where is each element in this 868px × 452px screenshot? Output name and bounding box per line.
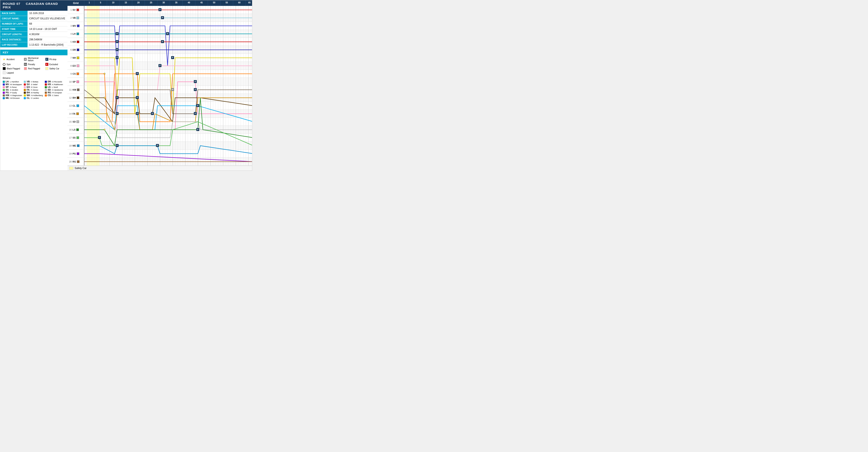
driver-key-item: KM: K Magnussen (3, 94, 23, 96)
info-value: 4.361KM (28, 32, 41, 37)
row-color (77, 64, 79, 67)
driver-key-item: BH: B Hartley (24, 91, 44, 94)
row-num: 17 (68, 137, 72, 139)
lap-header-num: 15 (120, 0, 132, 6)
lap-header-num: 5 (94, 0, 107, 6)
info-label: LAP RECORD: (0, 42, 28, 47)
row-num: 20 (68, 160, 72, 163)
row-abbr: SV (72, 9, 76, 11)
lap-header-num: 40 (183, 0, 195, 6)
row-num: 9 (68, 72, 72, 75)
lap-header-num: 50 (208, 0, 220, 6)
row-num: 15 (68, 120, 72, 123)
driver-key-item: ME: M Ericsson (3, 97, 23, 99)
row-num: 12 (68, 96, 72, 99)
key-symbols-grid: ★AccidentMMechanical failurePPit stopSpi… (3, 57, 65, 75)
chart-row: 2 VB (67, 14, 252, 22)
driver-key-item: LH: L Hamilton (3, 81, 23, 83)
row-color (76, 113, 79, 115)
chart-row: 15 SD (67, 118, 252, 126)
info-value: 296.548KM (28, 37, 44, 42)
lap-header-num: 20 (132, 0, 145, 6)
chart-container: Grid 1510152025303540455055606568 1 SV 2… (67, 0, 252, 165)
chart-rows: 1 SV 2 VB 3 MV 4 LH 5 KR 6 DR 7 NH 8 EO … (67, 6, 252, 165)
driver-key-item: SS: S Sirotkin (3, 89, 23, 91)
row-num: 1 (68, 9, 72, 11)
driver-key-item: CS: C Sainz (45, 94, 65, 96)
chart-row: 10 SP (67, 78, 252, 86)
row-color (77, 89, 80, 91)
row-abbr: LH (72, 33, 76, 35)
chart-body-wrapper: 1 SV 2 VB 3 MV 4 LH 5 KR 6 DR 7 NH 8 EO … (67, 6, 252, 165)
info-row: NUMBER OF LAPS: 68 (0, 21, 67, 27)
row-num: 10 (68, 81, 72, 83)
row-num: 14 (68, 113, 72, 115)
key-header: KEY (0, 50, 67, 55)
row-abbr: KM (72, 89, 76, 91)
chart-row: 18 ME (67, 142, 252, 150)
row-color (77, 57, 79, 59)
key-section: ★AccidentMMechanical failurePPit stopSpi… (0, 55, 67, 101)
row-num: 8 (68, 64, 72, 67)
info-row: RACE DATE: 10 JUN 2018 (0, 11, 67, 16)
row-color (76, 81, 79, 83)
grid-label: Grid (67, 0, 84, 6)
row-abbr: RG (72, 160, 76, 163)
chart-row: 1 SV (67, 6, 252, 14)
main-container: ROUND 07 CANADIAN GRAND PRIX RACE DATE: … (0, 0, 252, 171)
chart-header: Grid 1510152025303540455055606568 (67, 0, 252, 6)
info-label: NUMBER OF LAPS: (0, 21, 28, 26)
safety-car-color (69, 167, 73, 170)
row-abbr: KR (72, 40, 76, 43)
chart-row: 12 BH (67, 94, 252, 102)
info-row: CIRCUIT LENGTH: 4.361KM (0, 32, 67, 37)
row-abbr: VB (72, 17, 76, 19)
row-abbr: MV (72, 25, 76, 27)
info-row: CIRCUIT NAME: CIRCUIT GILLES VILLENEUVE (0, 16, 67, 21)
row-abbr: CL (72, 104, 76, 107)
row-num: 13 (68, 104, 72, 107)
row-abbr: SP (72, 81, 76, 83)
info-label: RACE DATE: (0, 11, 28, 16)
row-color (76, 104, 79, 107)
driver-key-item: SV: S Vettel (24, 83, 44, 86)
row-color (77, 25, 80, 27)
lap-headers: 1510152025303540455055606568 (84, 0, 252, 6)
key-item: Lapped (3, 71, 22, 74)
row-num: 5 (68, 40, 72, 43)
key-item: PPit stop (45, 57, 65, 62)
chart-row: 16 LS (67, 126, 252, 134)
row-abbr: ME (72, 144, 76, 147)
row-abbr: BH (72, 96, 76, 99)
lap-header-num: 10 (107, 0, 120, 6)
round-header: ROUND 07 CANADIAN GRAND PRIX (0, 0, 67, 11)
driver-key-item: RG: R Grosjean (45, 91, 65, 94)
info-label: START TIME (0, 27, 28, 32)
lap-header-num: 35 (170, 0, 183, 6)
chart-row: 13 CL (67, 102, 252, 110)
key-title: KEY (3, 51, 8, 54)
info-value: 10 JUN 2018 (28, 11, 45, 16)
row-color (76, 17, 79, 19)
round-number: ROUND 07 (3, 2, 21, 5)
chart-row: 5 KR (67, 38, 252, 46)
info-value: 1:13.622 - R Barrichello [2004] (28, 42, 65, 47)
info-row: START TIME 14:10 Local - 18:10 GMT (0, 27, 67, 32)
row-num: 6 (68, 49, 72, 51)
row-color (76, 33, 79, 35)
driver-key-item: DR: D Ricciardo (45, 81, 65, 83)
key-item: Spin (3, 63, 22, 66)
driver-key-item: SD: S Vandoorne (45, 89, 65, 91)
row-color (77, 152, 79, 155)
row-num: 3 (68, 25, 72, 27)
safety-car-legend: Safety Car (67, 165, 252, 171)
driver-key-item: NH: N Hulkenberg (24, 94, 44, 96)
key-item: Safety Car (45, 67, 65, 70)
driver-key-item: PG: P Gasly (3, 91, 23, 94)
row-abbr: NH (72, 57, 76, 59)
chart-row: 4 LH (67, 30, 252, 38)
row-abbr: SS (72, 137, 76, 139)
driver-key-item: LS: L Stroll (45, 86, 65, 88)
chart-row: 17 SS (67, 134, 252, 142)
info-value: 14:10 Local - 18:10 GMT (28, 27, 59, 32)
